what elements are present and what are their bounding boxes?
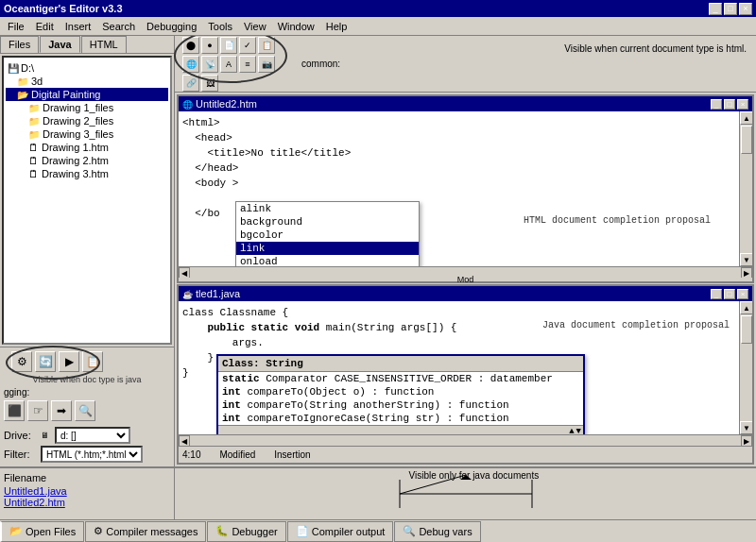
html-btn-6[interactable]: 🌐 <box>182 56 199 73</box>
java-btn-2[interactable]: 🔄 <box>35 351 56 372</box>
code-line-2: <head> <box>182 130 735 145</box>
tree-item-drawing3files[interactable]: 📁Drawing 3_files <box>6 127 168 141</box>
editor-bottom-body: class Classname { public static void mai… <box>179 301 752 434</box>
tree-item-drawing2files[interactable]: 📁Drawing 2_files <box>6 114 168 127</box>
java-line-2: public static void main(String args[]) { <box>182 320 735 335</box>
java-hscroll-track[interactable] <box>190 435 741 446</box>
scroll-down-btn[interactable]: ▼ <box>740 253 752 266</box>
tab-debug-vars[interactable]: 🔍 Debug vars <box>394 521 480 542</box>
tab-debugger[interactable]: 🐛 Debugger <box>207 521 285 542</box>
html-toolbar-circle-container: ⬤ ● 📄 ✓ 📋 🌐 📡 A ≡ 📷 🔗 🖼 <box>179 36 283 95</box>
tab-html[interactable]: HTML <box>81 36 127 53</box>
menu-debugging[interactable]: Debugging <box>141 19 202 34</box>
menu-search[interactable]: Search <box>96 19 141 34</box>
tab-java[interactable]: Java <box>40 36 79 53</box>
debug-btn-1[interactable]: ⬛ <box>4 400 25 421</box>
java-scroll-up-btn[interactable]: ▲ <box>740 301 752 314</box>
scroll-up-btn[interactable]: ▲ <box>740 111 752 125</box>
editor-bottom-close[interactable]: × <box>737 289 748 299</box>
editor-top-close[interactable]: × <box>737 99 748 110</box>
html-btn-9[interactable]: ≡ <box>239 56 256 73</box>
editor-bottom-max[interactable]: □ <box>724 289 735 299</box>
tab-compiler-output[interactable]: 📄 Compiler output <box>287 521 394 542</box>
html-btn-8[interactable]: A <box>220 56 237 73</box>
file-tree[interactable]: 💾D:\ 📁3d 📂Digital Painting 📁Drawing 1_fi… <box>2 56 172 345</box>
filename-link-htm[interactable]: Untitled2.htm <box>4 497 170 508</box>
java-scroll-down-btn[interactable]: ▼ <box>740 421 752 434</box>
java-scroll-track[interactable] <box>740 314 752 421</box>
java-completion-scroll[interactable]: ▲ ▼ <box>218 425 583 434</box>
menu-window[interactable]: Window <box>272 19 320 34</box>
java-completion-popup[interactable]: Class: String static Comparator CASE_INS… <box>216 354 585 434</box>
java-btn-1[interactable]: ⚙ <box>11 351 32 372</box>
html-completion-popup[interactable]: alink background bgcolor link onload ▼ <box>235 201 420 266</box>
filename-link-java[interactable]: Untitled1.java <box>4 485 170 497</box>
menu-edit[interactable]: Edit <box>30 19 60 34</box>
java-line-3: args. <box>182 335 735 350</box>
java-item-2[interactable]: int compareTo(Object o) : function <box>218 385 583 398</box>
editor-top: 🌐 Untitled2.htm _ □ × <html> <head> <tit… <box>177 94 754 283</box>
java-item-1[interactable]: static Comparator CASE_INSENSITIVE_ORDER… <box>218 372 583 385</box>
completion-item-bgcolor[interactable]: bgcolor <box>236 229 419 242</box>
editor-bottom: ☕ tled1.java _ □ × class Classname { pub… <box>177 284 754 465</box>
java-btn-3[interactable]: ▶ <box>59 351 79 372</box>
editor-top-min[interactable]: _ <box>711 99 722 110</box>
completion-item-alink[interactable]: alink <box>236 202 419 215</box>
editor-top-body: <html> <head> <title>No title</title> </… <box>179 111 752 266</box>
menu-file[interactable]: File <box>2 19 30 34</box>
html-btn-3[interactable]: 📄 <box>220 37 237 54</box>
editor-bottom-min[interactable]: _ <box>711 289 722 299</box>
java-scroll-down[interactable]: ▼ <box>576 427 581 434</box>
tree-item-drawing2htm[interactable]: 🗒Drawing 2.htm <box>6 154 168 167</box>
debug-btn-4[interactable]: 🔍 <box>75 400 95 421</box>
html-btn-10[interactable]: 📷 <box>258 56 275 73</box>
debug-btn-3[interactable]: ➡ <box>51 400 72 421</box>
java-only-label: Visible only for java documents <box>409 470 540 481</box>
html-btn-4[interactable]: ✓ <box>239 37 256 54</box>
html-btn-5[interactable]: 📋 <box>258 37 275 54</box>
html-visible-annotation: Visible when current document type is ht… <box>564 43 747 54</box>
tab-open-files[interactable]: 📂 Open Files <box>0 521 84 542</box>
tree-item-drawing3htm[interactable]: 🗒Drawing 3.htm <box>6 167 168 180</box>
scroll-track[interactable] <box>740 125 752 253</box>
scroll-thumb[interactable] <box>741 126 752 154</box>
html-btn-7[interactable]: 📡 <box>201 56 218 73</box>
editor-top-vscroll[interactable]: ▲ ▼ <box>739 111 752 266</box>
editor-bottom-content[interactable]: class Classname { public static void mai… <box>179 301 739 434</box>
java-scroll-thumb[interactable] <box>741 315 752 344</box>
menu-help[interactable]: Help <box>320 19 353 34</box>
java-btn-4[interactable]: 📋 <box>82 351 103 372</box>
tree-item-drawing1files[interactable]: 📁Drawing 1_files <box>6 101 168 114</box>
editor-bottom-vscroll[interactable]: ▲ ▼ <box>739 301 752 434</box>
html-btn-1[interactable]: ⬤ <box>182 37 199 54</box>
debug-btn-2[interactable]: ☞ <box>27 400 48 421</box>
maximize-btn[interactable]: □ <box>724 3 737 15</box>
tree-item-3d[interactable]: 📁3d <box>6 75 168 88</box>
title-controls: _ □ × <box>709 3 752 15</box>
close-btn[interactable]: × <box>739 3 752 15</box>
tree-item-digital-painting[interactable]: 📂Digital Painting <box>6 88 168 101</box>
tab-files[interactable]: Files <box>0 36 39 53</box>
tab-compiler-messages[interactable]: ⚙ Compiler messages <box>85 521 206 542</box>
java-item-3[interactable]: int compareTo(String anotherString) : fu… <box>218 398 583 412</box>
completion-item-link[interactable]: link <box>236 242 419 255</box>
tree-item-drawing1htm[interactable]: 🗒Drawing 1.htm <box>6 141 168 154</box>
java-item-4[interactable]: int compareToIgnoreCase(String str) : fu… <box>218 412 583 425</box>
menu-tools[interactable]: Tools <box>202 19 238 34</box>
html-btn-2[interactable]: ● <box>201 37 218 54</box>
html-btn-12[interactable]: 🖼 <box>201 75 218 92</box>
editor-top-max[interactable]: □ <box>724 99 735 110</box>
html-btn-11[interactable]: 🔗 <box>182 75 199 92</box>
completion-item-background[interactable]: background <box>236 215 419 229</box>
completion-item-onload[interactable]: onload <box>236 255 419 266</box>
minimize-btn[interactable]: _ <box>709 3 722 15</box>
drive-select[interactable]: d: [] <box>55 427 130 444</box>
menu-view[interactable]: View <box>238 19 272 34</box>
editor-bottom-title: ☕ tled1.java _ □ × <box>179 286 752 301</box>
java-scroll-up[interactable]: ▲ <box>569 427 574 434</box>
menu-insert[interactable]: Insert <box>60 19 97 34</box>
editor-top-content[interactable]: <html> <head> <title>No title</title> </… <box>179 111 739 266</box>
editor-top-title-text: 🌐 Untitled2.htm <box>182 98 257 110</box>
filter-select[interactable]: HTML (*.htm;*.html <box>41 446 143 463</box>
tree-item-drive[interactable]: 💾D:\ <box>6 61 168 75</box>
